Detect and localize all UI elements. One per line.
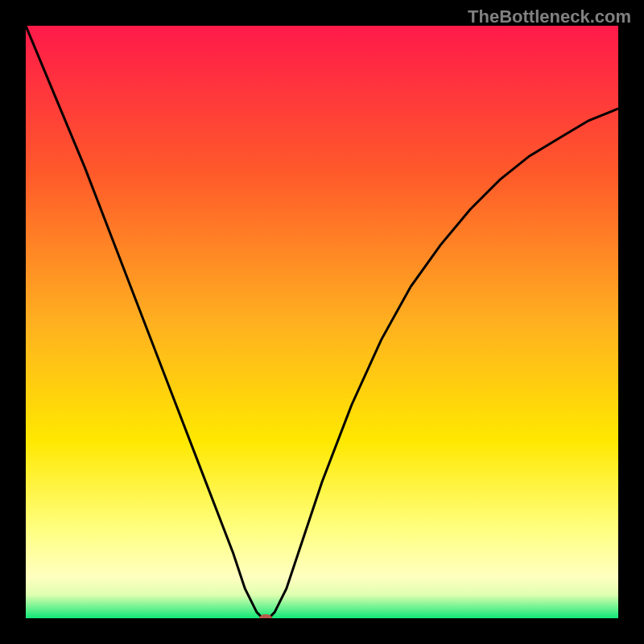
chart-svg bbox=[26, 26, 618, 618]
chart-plot-area bbox=[26, 26, 618, 618]
chart-container: TheBottleneck.com bbox=[0, 0, 644, 644]
watermark-text: TheBottleneck.com bbox=[468, 6, 631, 27]
gradient-background bbox=[26, 26, 618, 618]
